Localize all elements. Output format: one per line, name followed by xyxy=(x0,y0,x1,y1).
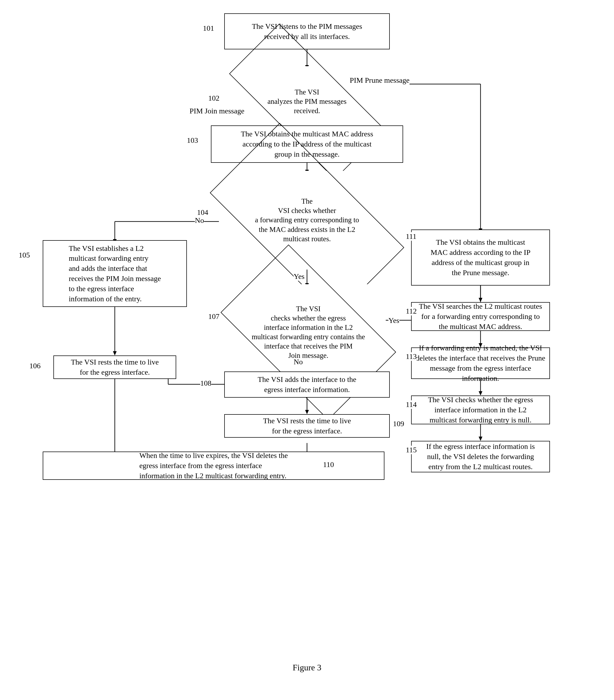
svg-marker-11 xyxy=(113,351,116,355)
node-108: The VSI adds the interface to the egress… xyxy=(224,372,390,398)
yes-label-107: Yes xyxy=(389,316,400,325)
node-109: The VSI rests the time to live for the e… xyxy=(224,414,390,438)
node-115: If the egress interface information is n… xyxy=(411,441,550,472)
node-106: The VSI rests the time to live for the e… xyxy=(53,355,176,379)
label-113: 113 xyxy=(406,352,417,361)
label-105: 105 xyxy=(19,251,30,259)
svg-marker-17 xyxy=(305,410,309,414)
node-113: If a forwarding entry is matched, the VS… xyxy=(411,348,550,379)
pim-prune-label: PIM Prune message xyxy=(350,76,409,85)
node-112: The VSI searches the L2 multicast routes… xyxy=(411,302,550,331)
flowchart-diagram: The VSI listens to the PIM messages rece… xyxy=(0,0,614,680)
svg-marker-31 xyxy=(479,437,482,441)
node-101: The VSI listens to the PIM messages rece… xyxy=(224,13,390,49)
figure-caption: Figure 3 xyxy=(0,663,614,673)
label-112: 112 xyxy=(406,307,417,315)
pim-join-label: PIM Join message xyxy=(189,107,244,115)
node-107: The VSI checks whether the egress interf… xyxy=(232,284,384,380)
label-110: 110 xyxy=(323,460,334,469)
label-104: 104 xyxy=(197,208,208,217)
label-115: 115 xyxy=(406,446,417,454)
node-114: The VSI checks whether the egress interf… xyxy=(411,396,550,424)
label-109: 109 xyxy=(393,420,404,428)
label-111: 111 xyxy=(406,232,416,241)
node-104: The VSI checks whether a forwarding entr… xyxy=(219,171,395,270)
no-label-104: No xyxy=(195,216,204,225)
node-105: The VSI establishes a L2 multicast forwa… xyxy=(43,240,187,307)
label-106: 106 xyxy=(29,362,40,370)
label-114: 114 xyxy=(406,400,417,409)
label-103: 103 xyxy=(187,136,198,145)
label-102: 102 xyxy=(208,94,219,102)
label-107: 107 xyxy=(208,312,219,321)
node-111: The VSI obtains the multicast MAC addres… xyxy=(411,229,550,286)
label-108: 108 xyxy=(200,379,211,387)
label-101: 101 xyxy=(203,24,214,33)
